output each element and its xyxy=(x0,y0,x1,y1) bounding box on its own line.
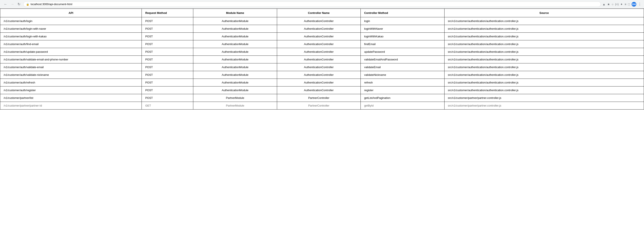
cell-module: PartnerModule xyxy=(193,94,277,102)
reload-button[interactable]: ↻ xyxy=(16,2,22,7)
header-controller-name: Controller Name xyxy=(277,9,360,17)
cell-controller-method: getById xyxy=(361,102,444,110)
cell-controller-name: AuthenticationController xyxy=(277,63,360,71)
header-request-method: Request Method xyxy=(142,9,193,17)
cell-module: AuthenticationModule xyxy=(193,71,277,79)
cell-controller-method: loginWithKakao xyxy=(361,33,444,40)
share-icon[interactable]: ▲ xyxy=(602,2,606,6)
browser-actions: ▲ ★ ○ (=) ✦ ≡ □ BM ⋮ xyxy=(602,2,642,7)
cell-method: POST xyxy=(142,79,193,86)
cell-api: /v1/customer/auth/refresh xyxy=(0,79,142,86)
table-row: /v1/customer/auth/update-passwordPOSTAut… xyxy=(0,48,644,56)
cell-controller-name: AuthenticationController xyxy=(277,86,360,94)
cell-method: POST xyxy=(142,17,193,25)
table-row: /v1/customer/auth/refreshPOSTAuthenticat… xyxy=(0,79,644,86)
cell-module: AuthenticationModule xyxy=(193,56,277,63)
cell-controller-method: login xyxy=(361,17,444,25)
cell-api: /v1/customer/auth/login xyxy=(0,17,142,25)
header-controller-method: Controller Method xyxy=(361,9,444,17)
forward-button[interactable]: → xyxy=(10,2,16,7)
menu-icon[interactable]: ⋮ xyxy=(638,2,642,6)
cell-module: AuthenticationModule xyxy=(193,48,277,56)
table-row: /v1/customer/auth/validate-email-and-pho… xyxy=(0,56,644,63)
table-row: /v1/customer/auth/validate-nicknamePOSTA… xyxy=(0,71,644,79)
cell-controller-name: AuthenticationController xyxy=(277,40,360,48)
table-row: /v1/customer/auth/validate-emailPOSTAuth… xyxy=(0,63,644,71)
back-button[interactable]: ← xyxy=(2,2,8,7)
cell-controller-name: AuthenticationController xyxy=(277,25,360,33)
cell-controller-name: AuthenticationController xyxy=(277,17,360,25)
cell-module: AuthenticationModule xyxy=(193,33,277,40)
cell-method: POST xyxy=(142,25,193,33)
bookmark-icon[interactable]: ★ xyxy=(607,2,610,6)
cell-source: src/v1/customer/authentication/authentic… xyxy=(444,17,644,25)
cell-api: /v1/customer/partner/partner-Id xyxy=(0,102,142,110)
extensions-icon[interactable]: ✦ xyxy=(620,2,623,6)
circle-icon: ○ xyxy=(612,2,614,6)
api-table: API Request Method Module Name Controlle… xyxy=(0,8,644,110)
table-row: /v1/customer/auth/registerPOSTAuthentica… xyxy=(0,86,644,94)
cell-method: POST xyxy=(142,94,193,102)
cell-api: /v1/customer/auth/validate-nickname xyxy=(0,71,142,79)
cell-controller-method: getListAndPagination xyxy=(361,94,444,102)
window-icon[interactable]: □ xyxy=(628,2,630,6)
cell-module: AuthenticationModule xyxy=(193,86,277,94)
cast-icon[interactable]: (=) xyxy=(615,2,618,6)
address-bar[interactable]: 🔒 localhost:3000/api-document-html xyxy=(23,1,601,7)
cell-source: src/v1/customer/partner/partner.controll… xyxy=(444,94,644,102)
cell-module: AuthenticationModule xyxy=(193,63,277,71)
cell-api: /v1/customer/auth/validate-email xyxy=(0,63,142,71)
cell-source: src/v1/customer/authentication/authentic… xyxy=(444,33,644,40)
sidebar-icon[interactable]: ≡ xyxy=(624,2,626,6)
cell-source: src/v1/customer/authentication/authentic… xyxy=(444,63,644,71)
cell-controller-method: register xyxy=(361,86,444,94)
cell-api: /v1/customer/auth/find-email xyxy=(0,40,142,48)
table-row: /v1/customer/partner/partner-IdGETPartne… xyxy=(0,102,644,110)
cell-controller-method: refresh xyxy=(361,79,444,86)
cell-api: /v1/customer/auth/login-with-naver xyxy=(0,25,142,33)
table-row: /v1/customer/auth/loginPOSTAuthenticatio… xyxy=(0,17,644,25)
table-row: /v1/customer/auth/find-emailPOSTAuthenti… xyxy=(0,40,644,48)
cell-controller-method: validateEmail xyxy=(361,63,444,71)
cell-controller-method: validateEmailAndPassword xyxy=(361,56,444,63)
cell-method: POST xyxy=(142,40,193,48)
cell-method: POST xyxy=(142,86,193,94)
header-source: Source xyxy=(444,9,644,17)
cell-module: AuthenticationModule xyxy=(193,17,277,25)
avatar[interactable]: BM xyxy=(632,2,636,7)
cell-api: /v1/customer/auth/validate-email-and-pho… xyxy=(0,56,142,63)
url-text: localhost:3000/api-document-html xyxy=(30,2,598,6)
cell-controller-name: AuthenticationController xyxy=(277,79,360,86)
cell-api: /v1/customer/auth/register xyxy=(0,86,142,94)
cell-method: POST xyxy=(142,63,193,71)
cell-controller-name: AuthenticationController xyxy=(277,33,360,40)
browser-bar: ← → ↻ 🔒 localhost:3000/api-document-html… xyxy=(0,0,644,8)
cell-method: POST xyxy=(142,33,193,40)
cell-controller-method: updatePassword xyxy=(361,48,444,56)
cell-controller-name: AuthenticationController xyxy=(277,48,360,56)
cell-method: POST xyxy=(142,71,193,79)
cell-controller-name: AuthenticationController xyxy=(277,71,360,79)
cell-source: src/v1/customer/authentication/authentic… xyxy=(444,79,644,86)
cell-source: src/v1/customer/authentication/authentic… xyxy=(444,48,644,56)
cell-api: /v1/customer/auth/login-with-kakao xyxy=(0,33,142,40)
cell-controller-method: validateNickname xyxy=(361,71,444,79)
cell-method: POST xyxy=(142,56,193,63)
table-row: /v1/customer/partner/listPOSTPartnerModu… xyxy=(0,94,644,102)
cell-controller-name: AuthenticationController xyxy=(277,56,360,63)
header-api: API xyxy=(0,9,142,17)
cell-source: src/v1/customer/authentication/authentic… xyxy=(444,71,644,79)
cell-module: AuthenticationModule xyxy=(193,25,277,33)
cell-api: /v1/customer/partner/list xyxy=(0,94,142,102)
cell-api: /v1/customer/auth/update-password xyxy=(0,48,142,56)
cell-source: src/v1/customer/partner/partner.controll… xyxy=(444,102,644,110)
table-container: API Request Method Module Name Controlle… xyxy=(0,8,644,110)
table-row: /v1/customer/auth/login-with-kakaoPOSTAu… xyxy=(0,33,644,40)
cell-source: src/v1/customer/authentication/authentic… xyxy=(444,25,644,33)
cell-source: src/v1/customer/authentication/authentic… xyxy=(444,86,644,94)
lock-icon: 🔒 xyxy=(26,3,29,6)
header-module-name: Module Name xyxy=(193,9,277,17)
cell-module: AuthenticationModule xyxy=(193,40,277,48)
cell-controller-name: PartnerController xyxy=(277,94,360,102)
cell-controller-method: loginWithNaver xyxy=(361,25,444,33)
